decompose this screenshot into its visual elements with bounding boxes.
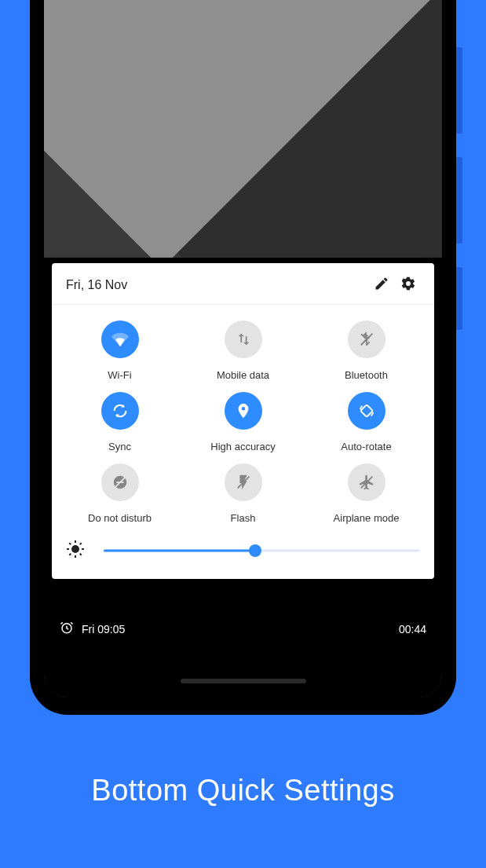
tile-label: Wi-Fi	[108, 369, 131, 381]
tile-bluetooth[interactable]: Bluetooth	[305, 320, 428, 381]
gear-icon[interactable]	[395, 276, 422, 295]
svg-line-13	[80, 554, 82, 555]
tile-label: Auto-rotate	[341, 441, 391, 452]
mobile-data-icon	[225, 320, 262, 358]
location-icon	[225, 392, 262, 430]
phone-side-buttons	[456, 47, 462, 353]
tile-sync[interactable]: Sync	[58, 392, 181, 452]
alarm-icon	[60, 621, 82, 637]
panel-header: Fri, 16 Nov	[52, 263, 434, 305]
tile-airplane[interactable]: Airplane mode	[305, 463, 428, 524]
wifi-icon	[101, 320, 139, 358]
tile-label: Mobile data	[217, 369, 269, 381]
brightness-row	[52, 527, 434, 579]
svg-point-7	[71, 545, 79, 553]
tile-auto-rotate[interactable]: Auto-rotate	[305, 392, 428, 452]
phone-screen: Fri, 16 Nov Wi-Fi	[44, 0, 442, 698]
flash-icon	[225, 463, 262, 501]
phone-frame: Fri, 16 Nov Wi-Fi	[30, 0, 456, 715]
tile-label: Flash	[231, 512, 256, 524]
tile-flash[interactable]: Flash	[181, 463, 305, 524]
tile-location[interactable]: High accuracy	[181, 392, 305, 452]
tile-label: High accuracy	[210, 441, 275, 452]
svg-line-12	[69, 543, 71, 544]
tile-label: Do not disturb	[88, 512, 152, 524]
dnd-icon	[101, 463, 139, 501]
brightness-slider[interactable]	[104, 543, 420, 559]
panel-date: Fri, 16 Nov	[66, 278, 368, 292]
tile-label: Sync	[108, 441, 131, 452]
svg-line-14	[69, 554, 71, 555]
tile-label: Bluetooth	[345, 369, 388, 381]
status-left-text: Fri 09:05	[82, 623, 125, 635]
rotate-icon	[348, 392, 386, 430]
tile-wifi[interactable]: Wi-Fi	[58, 320, 181, 381]
tiles-grid: Wi-Fi Mobile data Bluetooth	[52, 305, 434, 527]
svg-line-15	[80, 543, 82, 544]
bluetooth-icon	[348, 320, 386, 358]
caption-text: Bottom Quick Settings	[0, 774, 486, 808]
home-indicator[interactable]	[181, 679, 306, 683]
tile-label: Airplane mode	[334, 512, 400, 524]
edit-icon[interactable]	[368, 276, 395, 295]
airplane-icon	[348, 463, 386, 501]
nav-status-bar: Fri 09:05 00:44	[52, 621, 434, 637]
status-right-text: 00:44	[399, 623, 426, 635]
brightness-icon	[66, 540, 85, 562]
quick-settings-panel: Fri, 16 Nov Wi-Fi	[52, 263, 434, 579]
sync-icon	[101, 392, 139, 430]
tile-mobile-data[interactable]: Mobile data	[181, 320, 305, 381]
tile-dnd[interactable]: Do not disturb	[58, 463, 181, 524]
